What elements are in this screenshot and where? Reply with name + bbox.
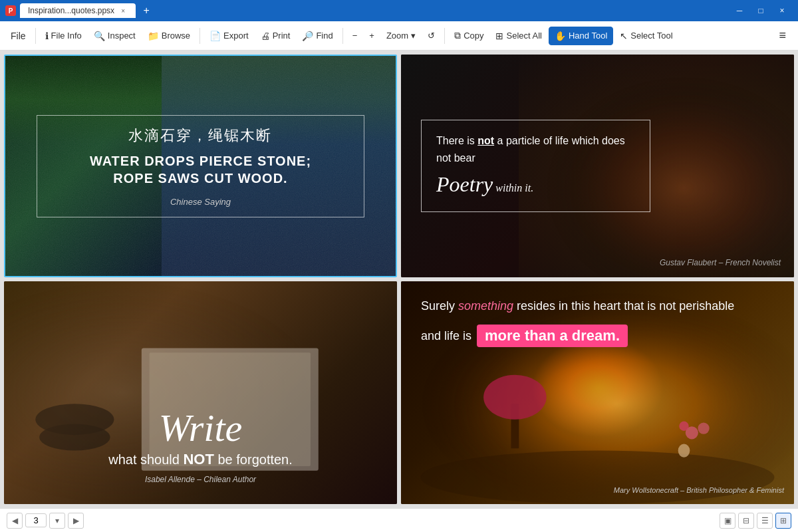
cursor-icon: ↖ <box>620 31 628 41</box>
slide-3-not-word: NOT <box>183 451 213 467</box>
view-grid-icon: ⊞ <box>780 516 787 525</box>
print-button[interactable]: 🖨 Print <box>255 27 296 45</box>
view-grid-button[interactable]: ⊞ <box>775 513 791 529</box>
titlebar: P Inspiration...quotes.ppsx × + ─ □ × <box>0 0 798 21</box>
slide-1-chinese-text: 水滴石穿，绳锯木断 <box>54 126 346 146</box>
select-tool-button[interactable]: ↖ Select Tool <box>614 27 678 45</box>
slide-4-attribution: Mary Wollstonecraft – British Philosophe… <box>614 486 784 494</box>
inspect-button[interactable]: 🔍 Inspect <box>88 27 141 45</box>
slide-1-english-text: WATER DROPS PIERCE STONE;ROPE SAWS CUT W… <box>54 152 346 187</box>
next-icon: ▶ <box>73 516 79 525</box>
slide-4-dream-badge: more than a dream. <box>477 325 628 347</box>
toolbar: File ℹ File Info 🔍 Inspect 📁 Browse 📄 Ex… <box>0 21 798 51</box>
view-buttons: ▣ ⊟ ☰ ⊞ <box>720 513 791 529</box>
slide-3-content: Write what should NOT be forgotten. Isab… <box>4 281 397 504</box>
bottombar: ◀ 3 ▾ ▶ ▣ ⊟ ☰ ⊞ <box>0 508 798 532</box>
file-menu-button[interactable]: File <box>5 27 31 45</box>
hamburger-icon: ≡ <box>779 29 786 43</box>
browse-button[interactable]: 📁 Browse <box>142 27 196 45</box>
copy-icon: ⧉ <box>454 30 461 41</box>
separator-4 <box>444 28 445 44</box>
find-icon: 🔎 <box>302 31 313 41</box>
export-icon: 📄 <box>209 31 221 41</box>
slide-2-not-word: not <box>477 135 494 146</box>
export-button[interactable]: 📄 Export <box>204 27 254 45</box>
zoom-chevron-icon: ▾ <box>411 31 416 41</box>
slide-2-content: There is not a particle of life which do… <box>401 55 794 277</box>
page-next-button[interactable]: ▶ <box>68 513 84 529</box>
tab-title: Inspiration...quotes.ppsx <box>28 6 114 15</box>
app-icon: P <box>5 5 16 16</box>
separator-3 <box>342 28 343 44</box>
zoom-out-button[interactable]: − <box>347 27 363 44</box>
slide-4[interactable]: Surely something resides in this heart t… <box>401 281 794 504</box>
close-button[interactable]: × <box>771 0 793 21</box>
tab-close-button[interactable]: × <box>118 6 128 15</box>
zoom-in-button[interactable]: + <box>364 27 380 44</box>
page-dropdown-button[interactable]: ▾ <box>49 513 65 529</box>
active-tab[interactable]: Inspiration...quotes.ppsx × <box>20 3 136 18</box>
select-all-icon: ⊞ <box>495 31 503 41</box>
menu-button[interactable]: ≡ <box>772 25 793 46</box>
view-single-icon: ▣ <box>724 516 732 525</box>
slide-1[interactable]: 水滴石穿，绳锯木断 WATER DROPS PIERCE STONE;ROPE … <box>4 55 397 277</box>
slide-3-subtitle: what should NOT be forgotten. <box>108 451 293 468</box>
inspect-icon: 🔍 <box>94 31 105 41</box>
slide-2-quote-box: There is not a particle of life which do… <box>421 120 650 211</box>
file-info-button[interactable]: ℹ File Info <box>40 27 87 45</box>
hand-icon: ✋ <box>555 31 566 41</box>
prev-icon: ◀ <box>12 516 18 525</box>
slide-3[interactable]: Write what should NOT be forgotten. Isab… <box>4 281 397 504</box>
rotate-icon: ↺ <box>428 31 435 41</box>
slide-4-line1: Surely something resides in this heart t… <box>421 298 774 315</box>
slide-3-attribution: Isabel Allende – Chilean Author <box>145 475 256 484</box>
select-all-button[interactable]: ⊞ Select All <box>490 27 547 45</box>
view-list-button[interactable]: ☰ <box>757 513 773 529</box>
slide-4-content: Surely something resides in this heart t… <box>401 281 794 504</box>
separator-1 <box>35 28 36 44</box>
slide-2-poetry-word: Poetry within it. <box>436 172 635 197</box>
slide-3-write-text: Write <box>159 409 243 448</box>
page-navigation: ◀ 3 ▾ ▶ <box>7 513 84 529</box>
slide-2[interactable]: There is not a particle of life which do… <box>401 55 794 277</box>
page-prev-button[interactable]: ◀ <box>7 513 23 529</box>
print-icon: 🖨 <box>261 31 270 41</box>
copy-button[interactable]: ⧉ Copy <box>449 27 489 45</box>
slide-4-line2: and life is more than a dream. <box>421 325 774 347</box>
view-list-icon: ☰ <box>761 516 769 525</box>
view-single-button[interactable]: ▣ <box>720 513 735 529</box>
slide-2-attribution: Gustav Flaubert – French Novelist <box>660 258 781 267</box>
maximize-button[interactable]: □ <box>750 0 771 21</box>
slides-grid: 水滴石穿，绳锯木断 WATER DROPS PIERCE STONE;ROPE … <box>0 51 798 508</box>
info-icon: ℹ <box>45 31 49 41</box>
slide-1-attribution: Chinese Saying <box>54 197 346 207</box>
hand-tool-button[interactable]: ✋ Hand Tool <box>549 27 613 45</box>
page-number-input[interactable]: 3 <box>25 513 47 527</box>
find-button[interactable]: 🔎 Find <box>297 27 338 45</box>
slide-4-something-word: something <box>458 299 513 313</box>
minimize-button[interactable]: ─ <box>729 0 750 21</box>
slide-1-quote-border: 水滴石穿，绳锯木断 WATER DROPS PIERCE STONE;ROPE … <box>37 115 364 217</box>
slide-1-content: 水滴石穿，绳锯木断 WATER DROPS PIERCE STONE;ROPE … <box>5 56 396 276</box>
zoom-dropdown-button[interactable]: Zoom ▾ <box>381 27 421 44</box>
browse-icon: 📁 <box>148 31 159 41</box>
view-double-button[interactable]: ⊟ <box>738 513 754 529</box>
view-double-icon: ⊟ <box>743 516 749 525</box>
rotate-button[interactable]: ↺ <box>422 27 440 44</box>
new-tab-button[interactable]: + <box>138 3 154 19</box>
separator-2 <box>200 28 200 44</box>
slide-2-line1: There is not a particle of life which do… <box>436 132 635 166</box>
